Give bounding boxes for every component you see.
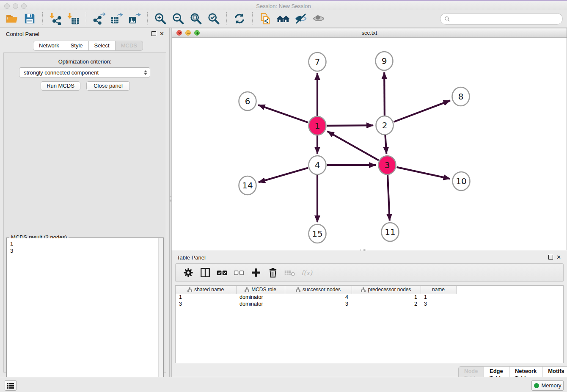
open-session-icon[interactable] xyxy=(5,12,19,25)
graph-node-14[interactable]: 14 xyxy=(239,176,256,195)
graph-edge-2-8[interactable] xyxy=(394,101,450,122)
refresh-icon[interactable] xyxy=(233,12,246,25)
control-panel: Control Panel ✕ Network Style Select MCD… xyxy=(0,28,169,377)
zoom-in-icon[interactable] xyxy=(154,12,167,25)
create-column-icon[interactable] xyxy=(249,266,263,279)
task-history-button[interactable] xyxy=(5,380,17,391)
toolbar-separator xyxy=(226,12,227,25)
import-table-icon[interactable] xyxy=(66,12,80,25)
table-row[interactable]: 1 dominator 4 1 1 xyxy=(176,294,563,301)
tab-select[interactable]: Select xyxy=(89,41,116,51)
graph-node-3[interactable]: 3 xyxy=(379,156,396,174)
tab-network[interactable]: Network xyxy=(33,41,65,51)
column-header-mcds-role[interactable]: MCDS role xyxy=(236,286,285,294)
graph-edge-1-2[interactable] xyxy=(327,125,373,126)
delete-table-icon-disabled xyxy=(283,266,297,279)
cell-mcds-role[interactable]: dominator xyxy=(236,294,285,301)
graph-node-4[interactable]: 4 xyxy=(309,156,326,174)
graph-node-1[interactable]: 1 xyxy=(309,116,326,135)
graph-edge-3-11[interactable] xyxy=(388,175,390,221)
zoom-out-icon[interactable] xyxy=(171,12,185,25)
graph-edge-2-3[interactable] xyxy=(385,135,386,154)
memory-label: Memory xyxy=(542,382,561,389)
cell-successor-nodes[interactable]: 4 xyxy=(285,294,352,301)
result-scrollbar[interactable] xyxy=(158,238,163,392)
cell-predecessor-nodes[interactable]: 2 xyxy=(352,301,421,307)
network-canvas[interactable]: 7968124314101511 xyxy=(172,38,567,250)
cell-mcds-role[interactable]: dominator xyxy=(236,301,285,307)
duplicate-network-icon[interactable] xyxy=(259,12,272,25)
control-panel-tabs: Network Style Select MCDS xyxy=(33,41,143,51)
table-settings-gear-icon[interactable] xyxy=(182,266,195,279)
graph-node-7[interactable]: 7 xyxy=(309,52,326,71)
graph-node-9[interactable]: 9 xyxy=(376,52,393,70)
splitter-grip-horizontal[interactable] xyxy=(361,249,367,251)
run-mcds-button[interactable]: Run MCDS xyxy=(41,81,80,91)
column-header-successor-nodes[interactable]: successor nodes xyxy=(285,286,352,294)
graph-edge-3-1[interactable] xyxy=(328,131,379,160)
graph-node-label: 10 xyxy=(456,176,466,186)
cell-predecessor-nodes[interactable]: 1 xyxy=(352,294,421,301)
graph-node-8[interactable]: 8 xyxy=(452,87,470,106)
toolbar-separator xyxy=(86,12,86,25)
graph-node-11[interactable]: 11 xyxy=(382,223,399,241)
float-panel-icon[interactable] xyxy=(151,31,156,36)
graph-node-label: 11 xyxy=(385,227,395,237)
column-header-predecessor-nodes[interactable]: predecessor nodes xyxy=(352,286,421,294)
column-header-shared-name[interactable]: shared name xyxy=(176,286,236,294)
export-network-icon[interactable] xyxy=(92,12,106,25)
node-table[interactable]: shared name MCDS role successor nodes pr… xyxy=(175,285,564,363)
show-columns-icon[interactable] xyxy=(198,266,212,279)
cell-name[interactable]: 3 xyxy=(421,301,456,307)
list-icon xyxy=(7,382,14,389)
export-table-icon[interactable] xyxy=(110,12,124,25)
close-panel-icon[interactable]: ✕ xyxy=(160,31,164,36)
export-image-icon[interactable] xyxy=(128,12,141,25)
graph-edge-3-10[interactable] xyxy=(396,167,450,179)
network-window-titlebar[interactable]: scc.txt xyxy=(172,28,567,38)
graph-node-6[interactable]: 6 xyxy=(239,92,256,110)
splitter-grip[interactable] xyxy=(170,196,171,204)
attribute-icon xyxy=(361,287,366,292)
hide-selection-icon[interactable] xyxy=(294,12,308,25)
cell-name[interactable]: 1 xyxy=(421,294,456,301)
search-field[interactable] xyxy=(440,13,563,25)
zoom-selected-icon[interactable] xyxy=(207,12,220,25)
zoom-fit-icon[interactable] xyxy=(189,12,203,25)
deselect-all-icon[interactable] xyxy=(232,266,246,279)
memory-button[interactable]: Memory xyxy=(531,380,564,391)
table-row[interactable]: 3 dominator 3 2 3 xyxy=(176,301,563,307)
mcds-result-list[interactable]: 1 3 xyxy=(7,238,163,392)
column-header-name[interactable]: name xyxy=(421,286,456,294)
float-table-panel-icon[interactable] xyxy=(548,255,553,259)
dropdown-stepper-icon xyxy=(144,70,147,75)
optimization-criterion-label: Optimization criterion: xyxy=(4,58,166,65)
close-panel-button[interactable]: Close panel xyxy=(86,81,130,91)
network-view-window: scc.txt 7968124314101511 xyxy=(172,28,567,250)
graph-edge-1-6[interactable] xyxy=(258,105,308,122)
graph-node-10[interactable]: 10 xyxy=(453,172,470,190)
show-all-icon[interactable] xyxy=(312,12,325,25)
table-panel-title: Table Panel xyxy=(177,254,206,261)
graph-edge-2-9[interactable] xyxy=(384,72,385,116)
mcds-result-group: MCDS result (2 nodes) 1 3 xyxy=(6,237,164,392)
cell-shared-name[interactable]: 1 xyxy=(176,294,236,301)
delete-column-icon[interactable] xyxy=(266,266,280,279)
close-table-panel-icon[interactable]: ✕ xyxy=(556,255,561,259)
tab-mcds[interactable]: MCDS xyxy=(116,41,143,51)
cell-successor-nodes[interactable]: 3 xyxy=(285,301,352,307)
home-icon[interactable] xyxy=(276,12,290,25)
tab-style[interactable]: Style xyxy=(65,41,89,51)
optimization-criterion-dropdown[interactable]: strongly connected component xyxy=(19,67,150,77)
import-network-icon[interactable] xyxy=(49,12,62,25)
mcds-panel: Optimization criterion: strongly connect… xyxy=(3,52,166,373)
select-all-icon[interactable] xyxy=(215,266,229,279)
graph-node-2[interactable]: 2 xyxy=(376,116,394,135)
result-line: 3 xyxy=(10,247,163,254)
graph-edge-4-14[interactable] xyxy=(259,168,308,182)
cell-shared-name[interactable]: 3 xyxy=(176,301,236,307)
graph-node-15[interactable]: 15 xyxy=(309,224,326,243)
attribute-icon xyxy=(187,287,192,292)
search-input[interactable] xyxy=(452,16,562,22)
save-session-icon[interactable] xyxy=(23,12,36,25)
